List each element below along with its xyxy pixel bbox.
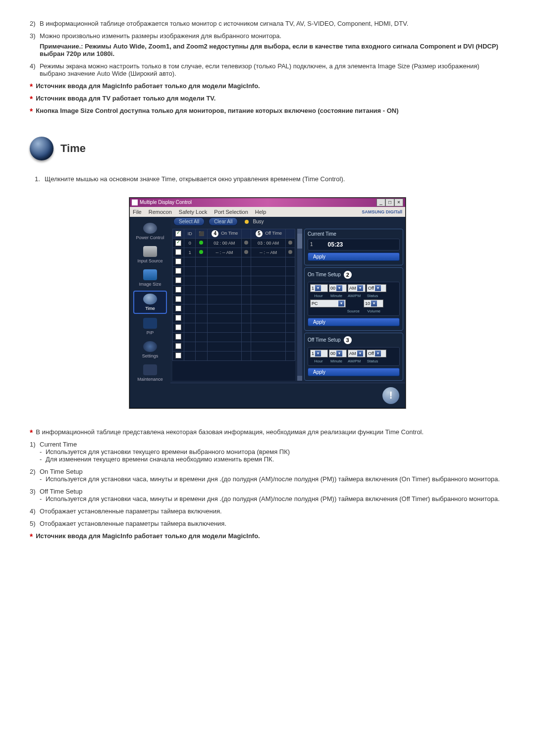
- sidebar-label: Time: [145, 306, 155, 311]
- table-row[interactable]: 1 -- : -- AM -- : -- AM: [173, 248, 295, 257]
- sidebar-label: Settings: [142, 353, 159, 358]
- row-checkbox[interactable]: [175, 305, 181, 311]
- table-row[interactable]: [173, 351, 295, 360]
- scroll-down-icon[interactable]: [297, 376, 302, 381]
- select-all-button[interactable]: Select All: [173, 217, 205, 226]
- chevron-down-icon: ▾: [336, 285, 342, 291]
- ampm-select[interactable]: AM▾: [348, 350, 366, 357]
- row-checkbox[interactable]: [175, 296, 181, 302]
- star-icon: *: [30, 428, 33, 438]
- hour-label: Hour: [310, 294, 327, 298]
- sub-text: Для изменения текущего времени сначала н…: [46, 455, 274, 463]
- ampm-select[interactable]: AM▾: [348, 284, 366, 292]
- row-checkbox[interactable]: [175, 343, 181, 349]
- hour-select[interactable]: 1▾: [310, 284, 328, 292]
- panel-title-text: Off Time Setup: [308, 337, 341, 343]
- sidebar-item-power[interactable]: Power Control: [134, 221, 166, 242]
- sidebar-item-time[interactable]: Time: [133, 291, 167, 314]
- table-row[interactable]: [173, 295, 295, 304]
- menu-file[interactable]: File: [133, 209, 142, 215]
- row-checkbox[interactable]: [175, 268, 181, 274]
- sidebar-item-input[interactable]: Input Source: [134, 244, 166, 265]
- minute-label: Minute: [328, 294, 345, 298]
- sidebar-item-pip[interactable]: PIP: [134, 316, 166, 337]
- row-checkbox[interactable]: [175, 324, 181, 330]
- list-item-3: 3) Можно произвольно изменить размеры из…: [30, 32, 505, 57]
- menu-remocon[interactable]: Remocon: [149, 209, 172, 215]
- menu-help[interactable]: Help: [255, 209, 267, 215]
- row-checkbox[interactable]: [175, 315, 181, 321]
- source-select[interactable]: PC▾: [310, 300, 346, 307]
- sidebar-item-maintenance[interactable]: Maintenance: [134, 362, 166, 384]
- minimize-button[interactable]: _: [376, 199, 385, 206]
- row-checkbox[interactable]: [175, 258, 181, 264]
- sidebar-item-image-size[interactable]: Image Size: [134, 267, 166, 289]
- cell-off-time: -- : -- AM: [251, 248, 286, 257]
- status-select[interactable]: Off▾: [367, 350, 386, 357]
- sidebar-item-settings[interactable]: Settings: [134, 339, 166, 360]
- close-button[interactable]: ×: [394, 199, 403, 206]
- item-number: 1): [30, 441, 40, 463]
- table-row[interactable]: [173, 257, 295, 266]
- item-text: В информационной таблице отображается то…: [40, 20, 505, 27]
- header-checkbox[interactable]: [175, 231, 181, 237]
- chevron-down-icon: ▾: [357, 351, 363, 356]
- titlebar: Multiple Display Control _ □ ×: [130, 198, 405, 207]
- table-row[interactable]: [173, 342, 295, 351]
- status-select[interactable]: Off▾: [367, 284, 386, 292]
- row-checkbox[interactable]: [175, 287, 181, 293]
- table-row[interactable]: [173, 266, 295, 276]
- item-text: Отображает установленные параметры тайме…: [40, 520, 505, 527]
- status-dot-icon: [288, 250, 292, 254]
- sidebar-label: Input Source: [137, 258, 162, 263]
- menu-port-selection[interactable]: Port Selection: [214, 209, 248, 215]
- hour-select[interactable]: 1▾: [310, 350, 328, 357]
- volume-select[interactable]: 10▾: [364, 300, 383, 307]
- row-checkbox[interactable]: [175, 277, 181, 283]
- apply-button[interactable]: Apply: [308, 252, 400, 261]
- star-text: Источник ввода для MagicInfo работает то…: [36, 532, 260, 540]
- desc-item-5: 5) Отображает установленные параметры та…: [30, 520, 505, 527]
- table-row[interactable]: [173, 332, 295, 342]
- minute-select[interactable]: 00▾: [329, 284, 347, 292]
- table-row[interactable]: [173, 276, 295, 285]
- desc-item-2: 2) On Time Setup -Используется для устан…: [30, 468, 505, 483]
- panel-off-time-setup: Off Time Setup 3 1▾ 00▾ AM▾ Off▾ HourMin…: [304, 333, 403, 381]
- table-row[interactable]: [173, 285, 295, 295]
- clear-all-button[interactable]: Clear All: [209, 217, 238, 226]
- row-checkbox[interactable]: [175, 249, 181, 255]
- app-footer: !: [170, 383, 405, 408]
- desc-item-3: 3) Off Time Setup -Используется для уста…: [30, 488, 505, 503]
- row-checkbox[interactable]: [175, 240, 181, 246]
- maintenance-icon: [143, 364, 157, 375]
- badge-3: 3: [343, 335, 353, 345]
- table-row[interactable]: [173, 313, 295, 323]
- badge-5: 5: [255, 229, 264, 238]
- star-text: Источник ввода для MagicInfo работает то…: [36, 82, 260, 90]
- image-size-icon: [143, 269, 157, 280]
- item-number: 3): [30, 488, 40, 503]
- star-note-2: * Источник ввода для TV работает только …: [30, 95, 505, 104]
- status-dot-icon: [199, 250, 203, 254]
- scroll-thumb[interactable]: [297, 234, 302, 249]
- grid-scrollbar[interactable]: [297, 229, 302, 381]
- table-row[interactable]: [173, 304, 295, 313]
- row-checkbox[interactable]: [175, 353, 181, 358]
- item-number: 4): [30, 62, 40, 77]
- maximize-button[interactable]: □: [385, 199, 394, 206]
- apply-button[interactable]: Apply: [308, 368, 400, 376]
- minute-select[interactable]: 00▾: [329, 350, 347, 357]
- menu-safety-lock[interactable]: Safety Lock: [179, 209, 207, 215]
- item-title: Current Time: [40, 441, 505, 448]
- table-row[interactable]: 0 02 : 00 AM 03 : 00 AM: [173, 238, 295, 248]
- settings-icon: [143, 341, 157, 352]
- item-text: Режимы экрана можно настроить только в т…: [40, 62, 505, 77]
- item-number: 3): [30, 32, 40, 57]
- apply-button[interactable]: Apply: [308, 318, 400, 326]
- hour-label: Hour: [310, 359, 327, 363]
- row-checkbox[interactable]: [175, 334, 181, 340]
- scroll-up-icon[interactable]: [297, 229, 302, 234]
- table-header-row: ID ⬛ 4On Time 5Off Time: [173, 229, 295, 238]
- badge-2: 2: [343, 270, 353, 280]
- table-row[interactable]: [173, 323, 295, 332]
